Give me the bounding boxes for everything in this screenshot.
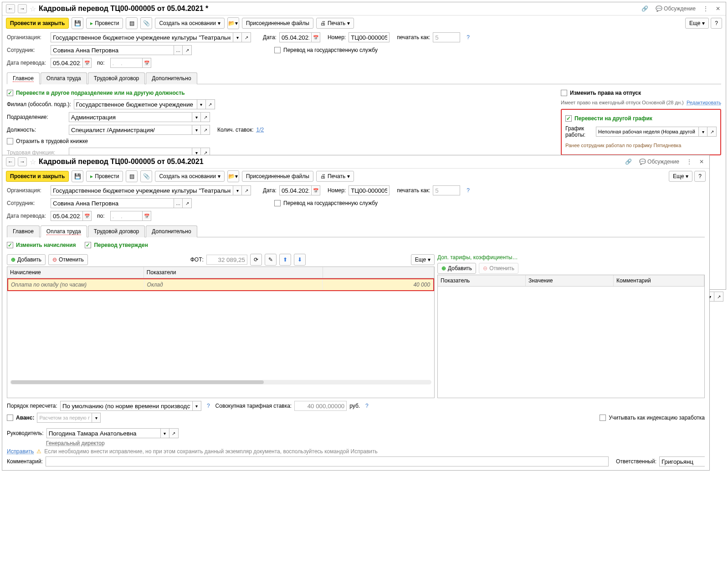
help-icon[interactable]: ? — [207, 403, 210, 409]
manager-position-link[interactable]: Генеральный директор — [46, 440, 105, 446]
transfer-date-input[interactable] — [51, 211, 82, 221]
open-icon[interactable]: ↗ — [714, 292, 723, 302]
open-icon[interactable]: ↗ — [201, 125, 210, 135]
more-button[interactable]: Еще ▾ — [411, 254, 435, 265]
move-down-button[interactable]: ⬇ — [294, 254, 306, 266]
refresh-button[interactable]: ⟳ — [250, 254, 262, 266]
post-and-close-button[interactable]: Провести и закрыть — [6, 171, 69, 182]
dropdown-icon[interactable]: ▾ — [192, 125, 201, 135]
table-row[interactable]: Оплата по окладу (по часам) Оклад 40 000 — [7, 278, 434, 291]
document-icon[interactable]: ▤ — [126, 170, 138, 182]
add-button[interactable]: ⊕Добавить — [7, 254, 46, 265]
nav-forward[interactable]: → — [18, 4, 27, 13]
discussion-button[interactable]: 💬 Обсуждение — [654, 5, 697, 13]
create-basis-button[interactable]: Создать на основании ▾ — [155, 171, 225, 182]
menu-icon[interactable]: ⋮ — [685, 158, 694, 166]
attached-files-button[interactable]: Присоединенные файлы — [242, 18, 313, 29]
open-icon[interactable]: ↗ — [201, 112, 210, 122]
open-icon[interactable]: ↗ — [707, 127, 717, 137]
index-checkbox[interactable] — [600, 415, 606, 421]
open-icon[interactable]: ↗ — [169, 428, 179, 438]
post-button[interactable]: ▸Провести — [86, 171, 123, 182]
calendar-icon[interactable]: 📅 — [142, 58, 151, 68]
nav-back[interactable]: ← — [6, 157, 15, 166]
move-up-button[interactable]: ⬆ — [279, 254, 291, 266]
calendar-icon[interactable]: 📅 — [142, 211, 151, 221]
folder-button[interactable]: 📂▾ — [227, 17, 239, 29]
link-icon[interactable]: 🔗 — [640, 5, 650, 13]
nav-back[interactable]: ← — [6, 4, 15, 13]
dropdown-icon[interactable]: ▾ — [192, 401, 201, 411]
dropdown-icon[interactable]: ▾ — [698, 127, 707, 137]
calendar-icon[interactable]: 📅 — [82, 58, 92, 68]
org-input[interactable] — [51, 32, 233, 42]
tab-pay[interactable]: Оплата труда — [41, 72, 87, 84]
transfer-date-input[interactable] — [51, 58, 82, 68]
help-icon[interactable]: ? — [467, 187, 470, 194]
branch-input[interactable] — [74, 99, 197, 109]
more-button[interactable]: Еще ▾ — [669, 171, 692, 182]
fix-link[interactable]: Исправить — [7, 448, 34, 455]
dropdown-icon[interactable]: ▾ — [92, 413, 101, 423]
transfer-approved-checkbox[interactable] — [85, 242, 91, 248]
attachment-icon[interactable]: 📎 — [140, 17, 152, 29]
link-icon[interactable]: 🔗 — [623, 158, 634, 166]
tab-main[interactable]: Главное — [7, 72, 40, 84]
org-input[interactable] — [51, 185, 233, 195]
number-input[interactable] — [349, 32, 390, 42]
close-icon[interactable]: ✕ — [697, 158, 706, 166]
close-icon[interactable]: ✕ — [714, 5, 722, 13]
employee-input[interactable] — [51, 45, 174, 55]
tab-extra[interactable]: Дополнительно — [146, 225, 197, 237]
horizontal-scrollbar[interactable] — [10, 380, 431, 384]
date-input[interactable] — [279, 32, 311, 42]
nav-forward[interactable]: → — [18, 157, 27, 166]
save-button[interactable]: 💾 — [72, 17, 83, 29]
print-as-input[interactable] — [433, 185, 460, 195]
tab-contract[interactable]: Трудовой договор — [88, 72, 145, 84]
menu-icon[interactable]: ⋮ — [701, 5, 710, 13]
date-input[interactable] — [279, 185, 311, 195]
open-icon[interactable]: ↗ — [242, 32, 251, 42]
document-icon[interactable]: ▤ — [126, 17, 138, 29]
post-button[interactable]: ▸Провести — [86, 18, 123, 29]
help-button[interactable]: ? — [711, 18, 722, 29]
calendar-icon[interactable]: 📅 — [311, 185, 320, 195]
post-and-close-button[interactable]: Провести и закрыть — [6, 18, 69, 29]
dropdown-icon[interactable]: ▾ — [233, 32, 242, 42]
tab-extra[interactable]: Дополнительно — [146, 72, 197, 84]
print-as-input[interactable] — [433, 32, 460, 42]
record-book-checkbox[interactable] — [7, 138, 13, 144]
help-button[interactable]: ? — [694, 171, 706, 182]
edit-button[interactable]: ✎ — [265, 254, 277, 266]
comment-input[interactable] — [46, 456, 609, 466]
cancel-button[interactable]: ⊖Отменить — [48, 254, 88, 265]
dept-input[interactable] — [69, 112, 192, 122]
edit-link[interactable]: Редактировать — [687, 100, 721, 105]
position-input[interactable] — [69, 125, 192, 135]
number-input[interactable] — [349, 185, 390, 195]
save-button[interactable]: 💾 — [72, 170, 83, 182]
attached-files-button[interactable]: Присоединенные файлы — [242, 171, 313, 182]
print-button[interactable]: 🖨 Печать ▾ — [316, 18, 354, 29]
favorite-star-icon[interactable]: ☆ — [30, 158, 36, 166]
more-button[interactable]: Еще ▾ — [685, 18, 709, 29]
vacation-rights-checkbox[interactable] — [561, 90, 567, 96]
schedule-checkbox[interactable] — [565, 115, 572, 122]
gov-service-checkbox[interactable] — [274, 200, 281, 206]
advance-checkbox[interactable] — [7, 415, 13, 421]
dropdown-icon[interactable]: ▾ — [160, 428, 169, 438]
count-link[interactable]: 1/2 — [256, 127, 264, 133]
tab-pay[interactable]: Оплата труда — [41, 225, 87, 237]
calendar-icon[interactable]: 📅 — [311, 32, 320, 42]
open-icon[interactable]: ↗ — [183, 45, 192, 55]
choose-icon[interactable]: … — [174, 198, 183, 208]
po-date-input[interactable] — [110, 58, 142, 68]
choose-icon[interactable]: … — [174, 45, 183, 55]
recalc-input[interactable] — [60, 401, 192, 411]
tab-main[interactable]: Главное — [7, 225, 40, 237]
open-icon[interactable]: ↗ — [183, 198, 192, 208]
dropdown-icon[interactable]: ▾ — [192, 112, 201, 122]
employee-input[interactable] — [51, 198, 174, 208]
responsible-input[interactable] — [659, 456, 705, 466]
